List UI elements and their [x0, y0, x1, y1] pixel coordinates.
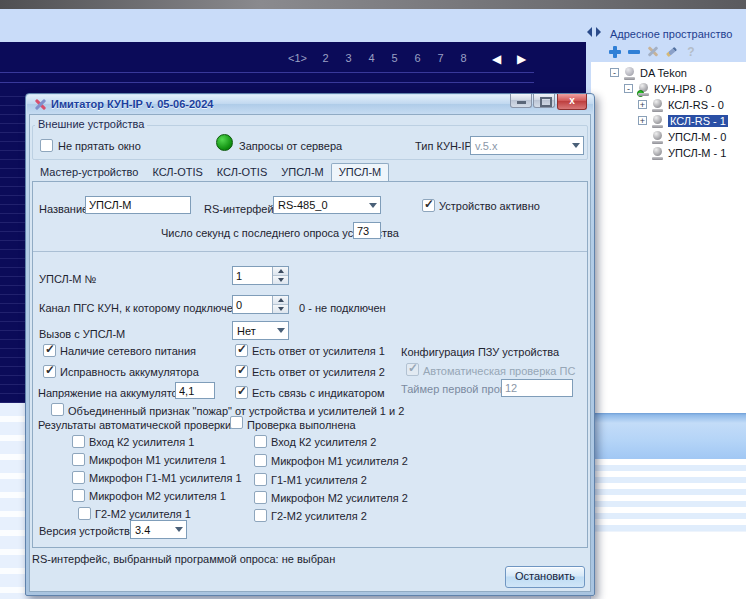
tools-icon[interactable]: [646, 45, 660, 59]
mic-m1-amp2-label: Микрофон М1 усилителя 2: [271, 455, 408, 467]
pgs-channel-spinner[interactable]: 0: [232, 295, 289, 314]
dialog-title: Имитатор КУН-IP v. 05-06-2024: [51, 98, 213, 110]
tab-upsl-m-1[interactable]: УПСЛ-М: [274, 164, 331, 181]
call-dropdown[interactable]: Нет: [232, 321, 289, 340]
page-4[interactable]: 4: [367, 52, 376, 64]
help-icon[interactable]: ?: [684, 45, 698, 59]
k2-input-amp1-checkbox[interactable]: [72, 435, 85, 448]
mic-m2-amp1-checkbox[interactable]: [72, 489, 85, 502]
pager: <1> 2 3 4 5 6 7 8: [288, 52, 468, 64]
collapse-toggle-icon[interactable]: -: [624, 84, 633, 93]
g2m2-amp2-label: Г2-М2 усилителя 2: [271, 510, 367, 522]
kun-type-label: Тип КУН-IP: [415, 140, 472, 152]
page-6[interactable]: 6: [413, 52, 422, 64]
first-check-timer-input[interactable]: [501, 379, 573, 397]
mic-m1-amp1-checkbox[interactable]: [72, 453, 85, 466]
mic-m1-amp1-label: Микрофон М1 усилителя 1: [89, 454, 226, 466]
name-input[interactable]: [85, 196, 191, 214]
mic-g1m1-amp1-checkbox[interactable]: [72, 471, 85, 484]
spinner-up-icon[interactable]: [273, 267, 288, 275]
mic-m1-amp2-checkbox[interactable]: [254, 454, 267, 467]
background-bottom-right: [591, 531, 746, 599]
page-1[interactable]: <1>: [288, 52, 307, 64]
device-icon: [651, 131, 664, 144]
device-icon: [651, 99, 664, 112]
tab-ksl-otis-2[interactable]: КСЛ-OTIS: [210, 164, 274, 181]
kun-type-dropdown[interactable]: v.5.x: [470, 136, 584, 155]
tab-master-device[interactable]: Мастер-устройство: [33, 164, 145, 181]
address-panel-toolbar: ?: [608, 44, 698, 60]
status-text: RS-интерфейс, выбранный программой опрос…: [32, 553, 335, 565]
dialog-titlebar[interactable]: Имитатор КУН-IP v. 05-06-2024: [27, 95, 593, 114]
online-dot-icon: [637, 90, 644, 97]
device-active-checkbox[interactable]: [422, 199, 435, 212]
check-done-checkbox[interactable]: [230, 416, 243, 429]
prev-page-icon[interactable]: ◀: [492, 53, 501, 65]
next-page-icon[interactable]: ▶: [517, 53, 526, 65]
edit-pencil-icon[interactable]: [665, 45, 679, 59]
amp2-answer-checkbox[interactable]: [235, 365, 248, 378]
tree-item-upsl-m-1[interactable]: УПСЛ-М - 1: [608, 146, 746, 161]
tab-upsl-m-2-active[interactable]: УПСЛ-М: [331, 163, 390, 182]
expand-toggle-icon[interactable]: +: [638, 116, 647, 125]
k2-input-amp2-checkbox[interactable]: [254, 435, 267, 448]
stop-button[interactable]: Остановить: [505, 566, 585, 588]
mic-m2-amp1-label: Микрофон М2 усилителя 1: [89, 490, 226, 502]
add-device-icon[interactable]: [608, 45, 622, 59]
indicator-link-checkbox[interactable]: [235, 386, 248, 399]
device-icon: [637, 83, 650, 96]
tab-ksl-otis-1[interactable]: КСЛ-OTIS: [145, 164, 209, 181]
top-gray-strip: [0, 0, 746, 9]
device-version-label: Версия устройства: [39, 525, 136, 537]
dialog-client-area: Внешние устройства Не прятать окно Запро…: [29, 114, 591, 592]
battery-ok-checkbox[interactable]: [43, 365, 56, 378]
channel-hint: 0 - не подключен: [299, 302, 386, 314]
page-8[interactable]: 8: [459, 52, 468, 64]
mains-power-checkbox[interactable]: [43, 344, 56, 357]
seconds-input[interactable]: [353, 222, 381, 239]
fire-flag-checkbox[interactable]: [51, 403, 64, 416]
tree-item-ksl-rs-1[interactable]: + КСЛ-RS - 1: [608, 114, 746, 129]
maximize-button[interactable]: [533, 94, 555, 108]
page-3[interactable]: 3: [344, 52, 353, 64]
remove-device-icon[interactable]: [627, 45, 641, 59]
spinner-up-icon[interactable]: [273, 296, 288, 304]
g2m2-amp1-label: Г2-М2 усилителя 1: [95, 508, 191, 520]
device-tree: - DA Tekon - КУН-IP8 - 0 + КСЛ-RS - 0 + …: [608, 62, 746, 413]
expand-toggle-icon[interactable]: +: [638, 100, 647, 109]
collapse-toggle-icon[interactable]: -: [610, 68, 619, 77]
auto-check-results-title: Результаты автоматической проверки:: [38, 419, 234, 431]
chevron-down-icon: [366, 197, 380, 213]
g2m2-amp1-checkbox[interactable]: [78, 507, 91, 520]
mic-m2-amp2-checkbox[interactable]: [254, 491, 267, 504]
spinner-down-icon[interactable]: [273, 304, 288, 313]
tree-item-upsl-m-0[interactable]: УПСЛ-М - 0: [608, 130, 746, 145]
close-button[interactable]: x: [557, 94, 587, 110]
amp1-answer-checkbox[interactable]: [235, 344, 248, 357]
app-tools-icon: [34, 98, 47, 111]
page-2[interactable]: 2: [321, 52, 330, 64]
tree-item-da-tekon[interactable]: - DA Tekon: [608, 66, 746, 81]
collapse-panel-icon[interactable]: [587, 27, 592, 37]
upsl-number-spinner[interactable]: 1: [232, 266, 289, 285]
device-version-dropdown[interactable]: 3.4: [130, 520, 187, 539]
g1m1-amp2-checkbox[interactable]: [254, 473, 267, 486]
hide-window-checkbox[interactable]: [40, 139, 53, 152]
voltage-label: Напряжение на аккумуляторе: [38, 387, 190, 399]
battery-ok-label: Исправность аккумулятора: [60, 366, 199, 378]
mic-m2-amp2-label: Микрофон М2 усилителя 2: [271, 492, 408, 504]
check-done-label: Проверка выполнена: [247, 419, 356, 431]
rs-interface-dropdown[interactable]: RS-485_0: [273, 196, 381, 214]
page-5[interactable]: 5: [390, 52, 399, 64]
expand-panel-icon[interactable]: [596, 27, 601, 37]
chevron-down-icon: [172, 521, 186, 538]
g2m2-amp2-checkbox[interactable]: [254, 509, 267, 522]
tree-item-ksl-rs-0[interactable]: + КСЛ-RS - 0: [608, 98, 746, 113]
amp1-answer-label: Есть ответ от усилителя 1: [252, 345, 385, 357]
tree-item-kun-ip8[interactable]: - КУН-IP8 - 0: [608, 82, 746, 97]
spinner-down-icon[interactable]: [273, 275, 288, 284]
rs-interface-label: RS-интерфейс: [204, 203, 279, 215]
voltage-input[interactable]: [175, 382, 215, 399]
page-7[interactable]: 7: [436, 52, 445, 64]
minimize-button[interactable]: [510, 94, 532, 108]
